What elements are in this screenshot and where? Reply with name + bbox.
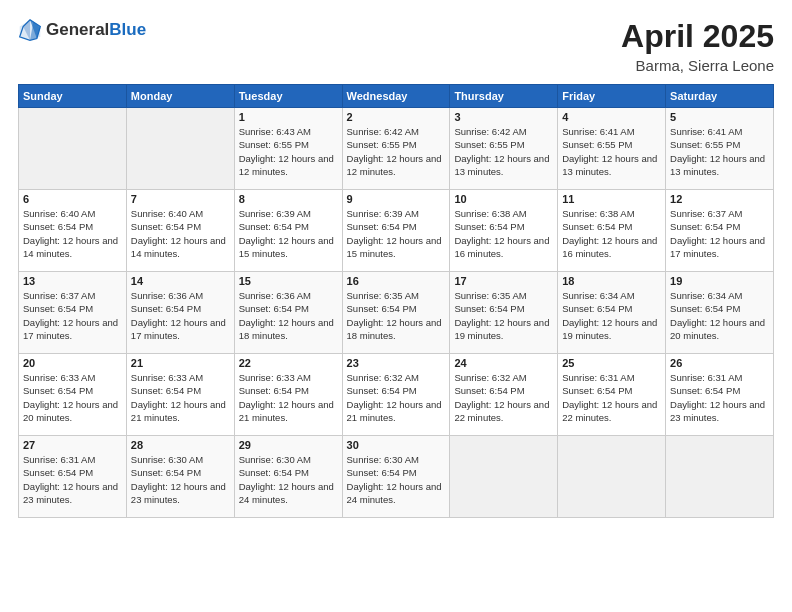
logo-general: General xyxy=(46,20,109,39)
day-info: Sunrise: 6:30 AMSunset: 6:54 PMDaylight:… xyxy=(131,453,230,506)
col-thursday: Thursday xyxy=(450,85,558,108)
day-number: 8 xyxy=(239,193,338,205)
table-row: 2Sunrise: 6:42 AMSunset: 6:55 PMDaylight… xyxy=(342,108,450,190)
table-row: 1Sunrise: 6:43 AMSunset: 6:55 PMDaylight… xyxy=(234,108,342,190)
table-row: 18Sunrise: 6:34 AMSunset: 6:54 PMDayligh… xyxy=(558,272,666,354)
col-saturday: Saturday xyxy=(666,85,774,108)
day-info: Sunrise: 6:36 AMSunset: 6:54 PMDaylight:… xyxy=(239,289,338,342)
table-row: 5Sunrise: 6:41 AMSunset: 6:55 PMDaylight… xyxy=(666,108,774,190)
logo-text: GeneralBlue xyxy=(46,20,146,40)
day-info: Sunrise: 6:42 AMSunset: 6:55 PMDaylight:… xyxy=(454,125,553,178)
col-wednesday: Wednesday xyxy=(342,85,450,108)
day-number: 19 xyxy=(670,275,769,287)
title-block: April 2025 Barma, Sierra Leone xyxy=(621,18,774,74)
day-info: Sunrise: 6:43 AMSunset: 6:55 PMDaylight:… xyxy=(239,125,338,178)
table-row: 4Sunrise: 6:41 AMSunset: 6:55 PMDaylight… xyxy=(558,108,666,190)
table-row: 21Sunrise: 6:33 AMSunset: 6:54 PMDayligh… xyxy=(126,354,234,436)
day-number: 11 xyxy=(562,193,661,205)
day-info: Sunrise: 6:31 AMSunset: 6:54 PMDaylight:… xyxy=(23,453,122,506)
day-number: 21 xyxy=(131,357,230,369)
day-number: 30 xyxy=(347,439,446,451)
header: GeneralBlue April 2025 Barma, Sierra Leo… xyxy=(18,18,774,74)
table-row: 19Sunrise: 6:34 AMSunset: 6:54 PMDayligh… xyxy=(666,272,774,354)
day-info: Sunrise: 6:41 AMSunset: 6:55 PMDaylight:… xyxy=(670,125,769,178)
day-info: Sunrise: 6:38 AMSunset: 6:54 PMDaylight:… xyxy=(454,207,553,260)
day-number: 27 xyxy=(23,439,122,451)
day-info: Sunrise: 6:32 AMSunset: 6:54 PMDaylight:… xyxy=(454,371,553,424)
table-row: 22Sunrise: 6:33 AMSunset: 6:54 PMDayligh… xyxy=(234,354,342,436)
table-row: 25Sunrise: 6:31 AMSunset: 6:54 PMDayligh… xyxy=(558,354,666,436)
day-number: 6 xyxy=(23,193,122,205)
day-number: 12 xyxy=(670,193,769,205)
day-number: 9 xyxy=(347,193,446,205)
logo-blue: Blue xyxy=(109,20,146,39)
calendar-title: April 2025 xyxy=(621,18,774,55)
calendar-header: Sunday Monday Tuesday Wednesday Thursday… xyxy=(19,85,774,108)
table-row: 12Sunrise: 6:37 AMSunset: 6:54 PMDayligh… xyxy=(666,190,774,272)
day-number: 3 xyxy=(454,111,553,123)
header-row: Sunday Monday Tuesday Wednesday Thursday… xyxy=(19,85,774,108)
day-info: Sunrise: 6:32 AMSunset: 6:54 PMDaylight:… xyxy=(347,371,446,424)
calendar-table: Sunday Monday Tuesday Wednesday Thursday… xyxy=(18,84,774,518)
calendar-subtitle: Barma, Sierra Leone xyxy=(621,57,774,74)
day-number: 24 xyxy=(454,357,553,369)
day-number: 1 xyxy=(239,111,338,123)
day-info: Sunrise: 6:34 AMSunset: 6:54 PMDaylight:… xyxy=(562,289,661,342)
table-row xyxy=(19,108,127,190)
table-row: 14Sunrise: 6:36 AMSunset: 6:54 PMDayligh… xyxy=(126,272,234,354)
day-number: 7 xyxy=(131,193,230,205)
table-row xyxy=(126,108,234,190)
table-row: 7Sunrise: 6:40 AMSunset: 6:54 PMDaylight… xyxy=(126,190,234,272)
day-number: 14 xyxy=(131,275,230,287)
day-number: 17 xyxy=(454,275,553,287)
day-number: 23 xyxy=(347,357,446,369)
table-row: 11Sunrise: 6:38 AMSunset: 6:54 PMDayligh… xyxy=(558,190,666,272)
table-row: 28Sunrise: 6:30 AMSunset: 6:54 PMDayligh… xyxy=(126,436,234,518)
day-info: Sunrise: 6:30 AMSunset: 6:54 PMDaylight:… xyxy=(239,453,338,506)
day-info: Sunrise: 6:39 AMSunset: 6:54 PMDaylight:… xyxy=(347,207,446,260)
table-row: 6Sunrise: 6:40 AMSunset: 6:54 PMDaylight… xyxy=(19,190,127,272)
table-row xyxy=(558,436,666,518)
day-info: Sunrise: 6:30 AMSunset: 6:54 PMDaylight:… xyxy=(347,453,446,506)
table-row: 20Sunrise: 6:33 AMSunset: 6:54 PMDayligh… xyxy=(19,354,127,436)
day-number: 2 xyxy=(347,111,446,123)
day-number: 29 xyxy=(239,439,338,451)
col-friday: Friday xyxy=(558,85,666,108)
day-info: Sunrise: 6:33 AMSunset: 6:54 PMDaylight:… xyxy=(131,371,230,424)
page: GeneralBlue April 2025 Barma, Sierra Leo… xyxy=(0,0,792,612)
table-row: 13Sunrise: 6:37 AMSunset: 6:54 PMDayligh… xyxy=(19,272,127,354)
day-info: Sunrise: 6:31 AMSunset: 6:54 PMDaylight:… xyxy=(670,371,769,424)
table-row: 26Sunrise: 6:31 AMSunset: 6:54 PMDayligh… xyxy=(666,354,774,436)
day-number: 13 xyxy=(23,275,122,287)
day-number: 10 xyxy=(454,193,553,205)
table-row: 17Sunrise: 6:35 AMSunset: 6:54 PMDayligh… xyxy=(450,272,558,354)
day-info: Sunrise: 6:36 AMSunset: 6:54 PMDaylight:… xyxy=(131,289,230,342)
day-info: Sunrise: 6:33 AMSunset: 6:54 PMDaylight:… xyxy=(23,371,122,424)
calendar-body: 1Sunrise: 6:43 AMSunset: 6:55 PMDaylight… xyxy=(19,108,774,518)
table-row xyxy=(666,436,774,518)
table-row: 16Sunrise: 6:35 AMSunset: 6:54 PMDayligh… xyxy=(342,272,450,354)
logo: GeneralBlue xyxy=(18,18,146,42)
day-info: Sunrise: 6:38 AMSunset: 6:54 PMDaylight:… xyxy=(562,207,661,260)
day-number: 28 xyxy=(131,439,230,451)
col-tuesday: Tuesday xyxy=(234,85,342,108)
table-row: 10Sunrise: 6:38 AMSunset: 6:54 PMDayligh… xyxy=(450,190,558,272)
col-monday: Monday xyxy=(126,85,234,108)
day-number: 16 xyxy=(347,275,446,287)
day-number: 25 xyxy=(562,357,661,369)
table-row: 3Sunrise: 6:42 AMSunset: 6:55 PMDaylight… xyxy=(450,108,558,190)
col-sunday: Sunday xyxy=(19,85,127,108)
table-row xyxy=(450,436,558,518)
day-info: Sunrise: 6:35 AMSunset: 6:54 PMDaylight:… xyxy=(347,289,446,342)
day-number: 15 xyxy=(239,275,338,287)
day-number: 5 xyxy=(670,111,769,123)
table-row: 30Sunrise: 6:30 AMSunset: 6:54 PMDayligh… xyxy=(342,436,450,518)
day-info: Sunrise: 6:34 AMSunset: 6:54 PMDaylight:… xyxy=(670,289,769,342)
table-row: 27Sunrise: 6:31 AMSunset: 6:54 PMDayligh… xyxy=(19,436,127,518)
day-info: Sunrise: 6:42 AMSunset: 6:55 PMDaylight:… xyxy=(347,125,446,178)
day-info: Sunrise: 6:35 AMSunset: 6:54 PMDaylight:… xyxy=(454,289,553,342)
day-number: 20 xyxy=(23,357,122,369)
day-number: 18 xyxy=(562,275,661,287)
table-row: 9Sunrise: 6:39 AMSunset: 6:54 PMDaylight… xyxy=(342,190,450,272)
table-row: 24Sunrise: 6:32 AMSunset: 6:54 PMDayligh… xyxy=(450,354,558,436)
